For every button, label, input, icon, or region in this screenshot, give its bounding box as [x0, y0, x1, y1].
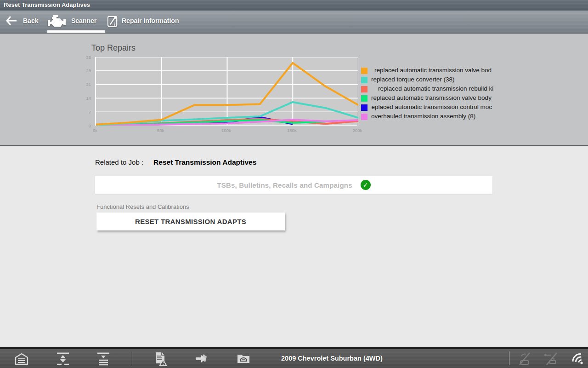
garage-home-icon[interactable] — [11, 350, 32, 368]
legend-item: replaced torque converter (38) — [361, 76, 499, 85]
back-button[interactable]: Back — [6, 11, 38, 31]
legend-item: replaced automatic transmission control … — [361, 104, 499, 113]
functional-resets-section-label: Functional Resets and Calibrations — [96, 203, 189, 210]
job-content-area: Related to Job : Reset Transmission Adap… — [0, 147, 588, 347]
active-tab-underline — [47, 30, 105, 33]
vehicle-title: 2009 Chevrolet Suburban (4WD) — [281, 355, 383, 362]
legend-item: replaced automatic transmission valve bo… — [361, 67, 499, 76]
y-tick-label: 35 — [80, 55, 91, 60]
nav-toolbar: Back Scanner i Repair Information — [0, 11, 588, 34]
wifi-icon[interactable] — [568, 350, 588, 368]
back-arrow-icon — [6, 16, 17, 25]
legend-label: replaced automatic transmission control … — [371, 104, 499, 110]
chart-y-axis-labels: 0714212835 — [80, 57, 93, 126]
check-circle-icon: ✓ — [361, 180, 371, 190]
y-tick-label: 28 — [80, 68, 91, 73]
repair-info-icon: i — [107, 16, 118, 28]
legend-swatch — [361, 77, 368, 83]
usb-disconnected-icon — [541, 350, 561, 368]
related-to-job-row: Related to Job : Reset Transmission Adap… — [95, 158, 256, 167]
legend-swatch — [361, 104, 368, 111]
tab-scanner[interactable]: Scanner — [47, 11, 105, 33]
toolbar-divider-right — [509, 351, 509, 365]
bottom-toolbar: 2009 Chevrolet Suburban (4WD) — [0, 347, 588, 368]
vehicle-records-icon[interactable] — [233, 350, 254, 368]
expand-data-icon[interactable] — [53, 350, 73, 368]
legend-swatch — [361, 114, 368, 120]
y-tick-label: 0 — [80, 123, 91, 128]
y-tick-label: 7 — [80, 109, 91, 115]
device-disconnected-icon — [514, 350, 535, 368]
legend-item: overhauled transmission assembly (8) — [361, 113, 499, 122]
window-title-bar: Reset Transmission Adaptives — [0, 0, 588, 11]
x-tick-label: 0k — [85, 128, 105, 133]
chart-x-axis-labels: 0k50k100k150k200k — [95, 128, 359, 134]
chart-legend: replaced automatic transmission valve bo… — [361, 67, 499, 122]
legend-item: replaced automatic transmission valve bo… — [361, 94, 499, 104]
legend-label: replaced automatic transmission rebuild … — [371, 85, 499, 92]
legend-item: replaced automatic transmission rebuild … — [361, 85, 499, 94]
legend-label: overhauled transmission assembly (8) — [371, 113, 499, 120]
tab-scanner-label: Scanner — [71, 17, 96, 24]
collapse-data-icon[interactable] — [93, 350, 113, 368]
related-to-job-label: Related to Job : — [95, 158, 143, 166]
back-label: Back — [23, 17, 38, 24]
tsb-bulletins-bar[interactable]: TSBs, Bulletins, Recalls and Campaigns ✓ — [95, 176, 492, 194]
chart-title: Top Repairs — [91, 43, 136, 53]
scanner-app: Reset Transmission Adaptives Back Scanne… — [0, 0, 588, 368]
tsb-bar-label: TSBs, Bulletins, Recalls and Campaigns — [217, 181, 352, 189]
x-tick-label: 100k — [216, 128, 237, 133]
tab-repair-label: Repair Information — [122, 17, 179, 24]
chart-plot-svg — [96, 57, 358, 126]
y-tick-label: 21 — [80, 82, 91, 87]
y-tick-label: 14 — [80, 96, 91, 101]
document-alert-icon[interactable] — [151, 350, 171, 368]
x-tick-label: 150k — [282, 128, 302, 133]
top-repairs-chart-section: Top Repairs 0714212835 0k50k100k150k200k… — [0, 34, 588, 146]
legend-swatch — [361, 86, 368, 92]
svg-text:i: i — [114, 22, 115, 27]
page-title: Reset Transmission Adaptives — [4, 1, 90, 8]
x-tick-label: 200k — [347, 128, 368, 133]
legend-swatch — [361, 68, 368, 74]
x-tick-label: 50k — [151, 128, 171, 133]
transfer-icon[interactable] — [192, 350, 212, 368]
engine-icon — [47, 15, 66, 28]
legend-swatch — [361, 95, 368, 102]
chart-plot-area — [95, 57, 357, 126]
related-job-name: Reset Transmission Adaptives — [153, 158, 256, 167]
toolbar-divider — [132, 351, 132, 365]
legend-label: replaced automatic transmission valve bo… — [371, 67, 499, 74]
legend-label: replaced automatic transmission valve bo… — [371, 94, 499, 101]
reset-transmission-adapts-button[interactable]: RESET TRANSMISSION ADAPTS — [96, 213, 285, 230]
legend-label: replaced torque converter (38) — [371, 76, 499, 83]
